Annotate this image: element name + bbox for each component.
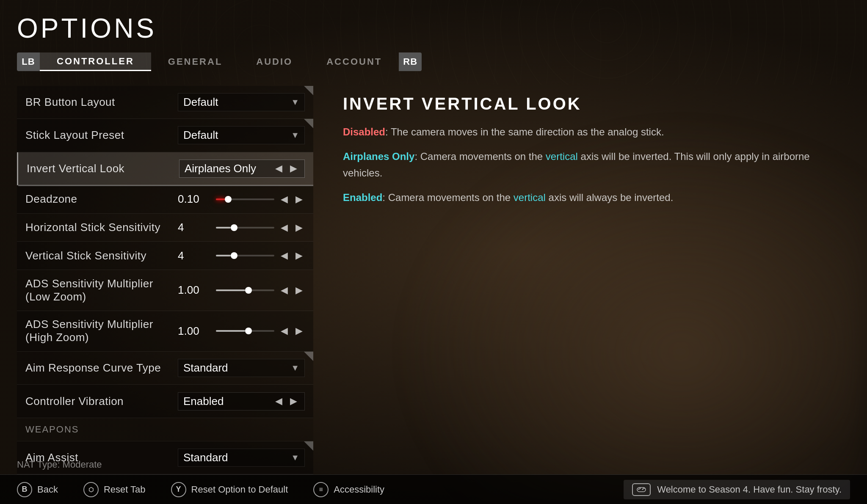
nav-arrows-deadzone: ◀ ▶ <box>279 194 305 205</box>
tabs-row: LB CONTROLLER GENERAL AUDIO ACCOUNT RB <box>17 52 850 71</box>
setting-control-controller-vibration: Enabled ◀ ▶ <box>178 392 305 410</box>
arrow-left-invert-vertical-look[interactable]: ◀ <box>273 163 284 174</box>
nav-arrows-vertical-stick-sensitivity: ◀ ▶ <box>279 250 305 261</box>
arrow-left-controller-vibration[interactable]: ◀ <box>273 396 284 407</box>
setting-ads-sensitivity-high-zoom[interactable]: ADS Sensitivity Multiplier (High Zoom) 1… <box>17 311 313 352</box>
setting-ads-sensitivity-low-zoom[interactable]: ADS Sensitivity Multiplier (Low Zoom) 1.… <box>17 270 313 311</box>
tab-audio[interactable]: AUDIO <box>239 52 309 71</box>
slider-track-horizontal-stick-sensitivity <box>216 227 274 229</box>
arrow-right-controller-vibration[interactable]: ▶ <box>288 396 299 407</box>
dropdown-controller-vibration[interactable]: Enabled ◀ ▶ <box>178 392 305 410</box>
tab-general[interactable]: GENERAL <box>151 52 240 71</box>
slider-thumb-ads-sensitivity-high-zoom[interactable] <box>245 328 252 334</box>
back-button-icon: B <box>17 482 32 497</box>
corner-deco-4 <box>304 441 313 451</box>
footer-action-reset-option[interactable]: Y Reset Option to Default <box>171 482 288 497</box>
slider-horizontal-stick-sensitivity[interactable] <box>216 227 274 229</box>
setting-aim-response-curve-type[interactable]: Aim Response Curve Type Standard ▼ <box>17 352 313 385</box>
welcome-message: Welcome to Season 4. Have fun. Stay fros… <box>657 484 842 495</box>
slider-thumb-horizontal-stick-sensitivity[interactable] <box>231 224 237 231</box>
arrow-right-ads-sensitivity-low-zoom[interactable]: ▶ <box>293 285 305 296</box>
svg-point-3 <box>642 488 643 490</box>
header: OPTIONS LB CONTROLLER GENERAL AUDIO ACCO… <box>0 0 867 77</box>
main-content: BR Button Layout Default ▼ Stick Layout … <box>0 77 867 474</box>
slider-vertical-stick-sensitivity[interactable] <box>216 255 274 256</box>
setting-control-stick-layout-preset: Default ▼ <box>178 126 305 144</box>
arrow-right-invert-vertical-look[interactable]: ▶ <box>288 163 299 174</box>
arrow-right-horizontal-stick-sensitivity[interactable]: ▶ <box>293 222 305 233</box>
setting-control-br-button-layout: Default ▼ <box>178 93 305 111</box>
svg-point-2 <box>640 487 641 489</box>
slider-track-ads-sensitivity-high-zoom <box>216 330 274 332</box>
setting-deadzone[interactable]: Deadzone 0.10 ◀ ▶ <box>17 185 313 214</box>
info-text-enabled: Enabled: Camera movements on the vertica… <box>343 190 837 206</box>
arrow-right-ads-sensitivity-high-zoom[interactable]: ▶ <box>293 325 305 336</box>
svg-point-4 <box>643 487 645 489</box>
dropdown-aim-assist[interactable]: Standard ▼ <box>178 449 305 467</box>
slider-track-deadzone <box>216 198 274 200</box>
setting-controller-vibration[interactable]: Controller Vibration Enabled ◀ ▶ <box>17 385 313 418</box>
slider-thumb-deadzone[interactable] <box>225 196 232 203</box>
arrow-left-horizontal-stick-sensitivity[interactable]: ◀ <box>279 222 290 233</box>
nav-arrows-ads-sensitivity-high-zoom: ◀ ▶ <box>279 325 305 336</box>
value-ads-sensitivity-high-zoom: 1.00 <box>178 325 212 338</box>
footer-action-back[interactable]: B Back <box>17 482 58 497</box>
setting-horizontal-stick-sensitivity[interactable]: Horizontal Stick Sensitivity 4 ◀ ▶ <box>17 214 313 242</box>
slider-ads-sensitivity-high-zoom[interactable] <box>216 330 274 332</box>
slider-thumb-vertical-stick-sensitivity[interactable] <box>231 252 237 259</box>
arrow-left-deadzone[interactable]: ◀ <box>279 194 290 205</box>
slider-thumb-ads-sensitivity-low-zoom[interactable] <box>245 287 252 294</box>
controller-icon <box>632 483 651 496</box>
slider-ads-sensitivity-low-zoom[interactable] <box>216 289 274 291</box>
corner-deco <box>304 86 313 95</box>
setting-invert-vertical-look[interactable]: Invert Vertical Look Airplanes Only ◀ ▶ <box>17 152 313 185</box>
info-title: INVERT VERTICAL LOOK <box>343 94 837 113</box>
setting-label-vertical-stick-sensitivity: Vertical Stick Sensitivity <box>25 249 178 262</box>
lb-trigger[interactable]: LB <box>17 52 40 71</box>
setting-label-aim-response-curve-type: Aim Response Curve Type <box>25 361 178 375</box>
info-panel: INVERT VERTICAL LOOK Disabled: The camer… <box>330 86 850 474</box>
dropdown-stick-layout-preset[interactable]: Default ▼ <box>178 126 305 144</box>
setting-label-stick-layout-preset: Stick Layout Preset <box>25 129 178 142</box>
setting-control-invert-vertical-look: Airplanes Only ◀ ▶ <box>179 160 305 178</box>
reset-option-label: Reset Option to Default <box>191 484 288 495</box>
setting-control-horizontal-stick-sensitivity: 4 ◀ ▶ <box>178 221 305 234</box>
setting-stick-layout-preset[interactable]: Stick Layout Preset Default ▼ <box>17 119 313 152</box>
dropdown-invert-vertical-look[interactable]: Airplanes Only ◀ ▶ <box>179 160 305 178</box>
reset-tab-icon: ⬡ <box>83 482 99 497</box>
corner-deco-3 <box>304 352 313 361</box>
arrow-right-deadzone[interactable]: ▶ <box>293 194 305 205</box>
dropdown-br-button-layout[interactable]: Default ▼ <box>178 93 305 111</box>
slider-track-ads-sensitivity-low-zoom <box>216 289 274 291</box>
dropdown-value-br-button-layout: Default <box>183 96 291 109</box>
tab-account[interactable]: ACCOUNT <box>309 52 399 71</box>
tab-controller[interactable]: CONTROLLER <box>40 52 151 71</box>
setting-control-deadzone: 0.10 ◀ ▶ <box>178 193 305 206</box>
footer-action-accessibility[interactable]: ≡ Accessibility <box>313 482 384 497</box>
arrow-left-ads-sensitivity-low-zoom[interactable]: ◀ <box>279 285 290 296</box>
reset-tab-label: Reset Tab <box>104 484 146 495</box>
nav-arrows-ads-sensitivity-low-zoom: ◀ ▶ <box>279 285 305 296</box>
dropdown-aim-response-curve-type[interactable]: Standard ▼ <box>178 359 305 377</box>
footer-action-reset-tab[interactable]: ⬡ Reset Tab <box>83 482 146 497</box>
setting-vertical-stick-sensitivity[interactable]: Vertical Stick Sensitivity 4 ◀ ▶ <box>17 242 313 270</box>
setting-br-button-layout[interactable]: BR Button Layout Default ▼ <box>17 86 313 119</box>
footer-right: Welcome to Season 4. Have fun. Stay fros… <box>624 480 850 499</box>
rb-trigger[interactable]: RB <box>399 52 422 71</box>
slider-fill-ads-sensitivity-high-zoom <box>216 330 245 332</box>
info-text-disabled: Disabled: The camera moves in the same d… <box>343 124 837 140</box>
slider-fill-ads-sensitivity-low-zoom <box>216 289 245 291</box>
slider-deadzone[interactable] <box>216 198 274 200</box>
setting-label-controller-vibration: Controller Vibration <box>25 395 178 408</box>
chevron-down-icon-3: ▼ <box>291 363 299 373</box>
setting-control-aim-response-curve-type: Standard ▼ <box>178 359 305 377</box>
accessibility-icon: ≡ <box>313 482 329 497</box>
arrow-left-ads-sensitivity-high-zoom[interactable]: ◀ <box>279 325 290 336</box>
chevron-down-icon-4: ▼ <box>291 453 299 463</box>
nav-arrows-horizontal-stick-sensitivity: ◀ ▶ <box>279 222 305 233</box>
arrow-right-vertical-stick-sensitivity[interactable]: ▶ <box>293 250 305 261</box>
dropdown-value-controller-vibration: Enabled <box>183 395 273 408</box>
info-label-airplanes: Airplanes Only <box>343 151 414 162</box>
back-button-label: Back <box>37 484 58 495</box>
arrow-left-vertical-stick-sensitivity[interactable]: ◀ <box>279 250 290 261</box>
